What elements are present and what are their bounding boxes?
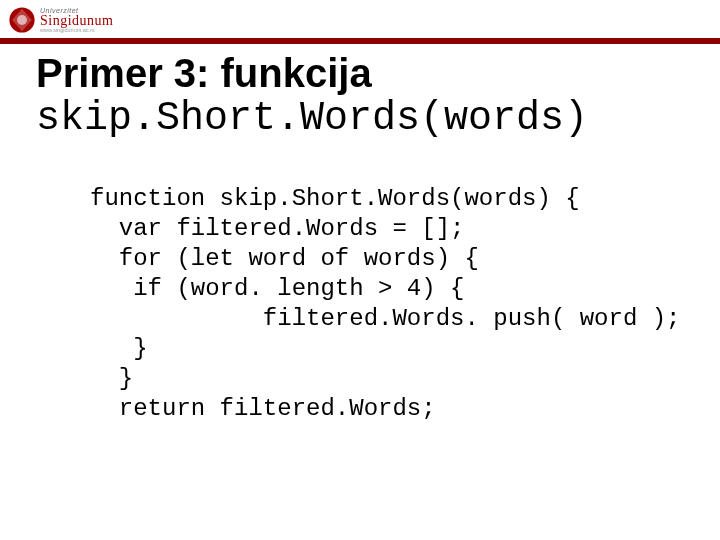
slide: Univerzitet Singidunum www.singidunum.ac… xyxy=(0,0,720,540)
logo-url: www.singidunum.ac.rs xyxy=(40,28,113,34)
code-block: function skip.Short.Words(words) { var f… xyxy=(90,184,681,424)
title-line-2: skip.Short.Words(words) xyxy=(36,96,684,142)
code-line: var filtered.Words = []; xyxy=(90,215,464,242)
logo: Univerzitet Singidunum www.singidunum.ac… xyxy=(8,6,113,34)
code-line: } xyxy=(90,335,148,362)
slide-title: Primer 3: funkcija skip.Short.Words(word… xyxy=(36,50,684,142)
logo-text: Univerzitet Singidunum www.singidunum.ac… xyxy=(40,7,113,34)
code-line: for (let word of words) { xyxy=(90,245,479,272)
header-rule xyxy=(0,38,720,44)
logo-mark-icon xyxy=(8,6,36,34)
logo-name: Singidunum xyxy=(40,14,113,28)
code-line: function skip.Short.Words(words) { xyxy=(90,185,580,212)
code-line: return filtered.Words; xyxy=(90,395,436,422)
code-line: } xyxy=(90,365,133,392)
code-line: if (word. length > 4) { xyxy=(90,275,464,302)
svg-point-1 xyxy=(17,15,27,25)
title-line-1: Primer 3: funkcija xyxy=(36,50,684,96)
code-line: filtered.Words. push( word ); xyxy=(90,305,681,332)
